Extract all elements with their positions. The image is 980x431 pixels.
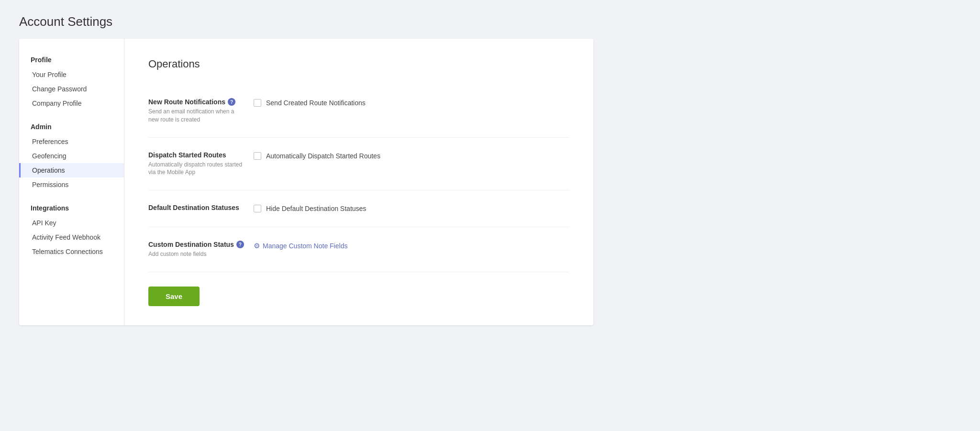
- help-icon-new-route[interactable]: ?: [228, 98, 235, 106]
- settings-row-custom-destination: Custom Destination Status ? Add custom n…: [148, 227, 569, 272]
- gear-icon: ⚙: [254, 242, 260, 250]
- settings-control-col-default-dest: Hide Default Destination Statuses: [254, 204, 569, 212]
- label-text-new-route: New Route Notifications: [148, 98, 225, 106]
- sidebar-item-api-key[interactable]: API Key: [19, 216, 124, 230]
- main-content: Operations New Route Notifications ? Sen…: [124, 39, 593, 325]
- label-text-custom-dest: Custom Destination Status: [148, 241, 234, 248]
- sidebar-section-profile: Profile Your Profile Change Password Com…: [19, 53, 124, 111]
- settings-control-col-custom-dest: ⚙ Manage Custom Note Fields: [254, 241, 569, 250]
- settings-control-col-new-route: Send Created Route Notifications: [254, 98, 569, 107]
- checkbox-text-default-dest: Hide Default Destination Statuses: [266, 205, 366, 212]
- save-button[interactable]: Save: [148, 287, 200, 306]
- settings-row-dispatch-started-routes: Dispatch Started Routes Automatically di…: [148, 138, 569, 191]
- sidebar-item-permissions[interactable]: Permissions: [19, 177, 124, 192]
- sidebar: Profile Your Profile Change Password Com…: [19, 39, 124, 325]
- page-title: Account Settings: [19, 14, 961, 29]
- sidebar-section-title-integrations: Integrations: [19, 201, 124, 215]
- save-button-wrapper: Save: [148, 272, 569, 306]
- settings-row-default-destination: Default Destination Statuses Hide Defaul…: [148, 190, 569, 227]
- settings-control-col-dispatch: Automatically Dispatch Started Routes: [254, 151, 569, 160]
- settings-container: Profile Your Profile Change Password Com…: [19, 39, 593, 325]
- settings-sublabel-dispatch: Automatically dispatch routes started vi…: [148, 161, 244, 177]
- checkbox-text-new-route: Send Created Route Notifications: [266, 99, 366, 107]
- manage-custom-note-fields-link[interactable]: ⚙ Manage Custom Note Fields: [254, 242, 347, 250]
- settings-label-custom-dest: Custom Destination Status ?: [148, 241, 244, 248]
- sidebar-item-operations[interactable]: Operations: [19, 163, 124, 177]
- section-title: Operations: [148, 58, 569, 70]
- checkbox-label-new-route[interactable]: Send Created Route Notifications: [254, 99, 366, 107]
- settings-label-dispatch: Dispatch Started Routes: [148, 151, 244, 159]
- settings-label-default-dest: Default Destination Statuses: [148, 204, 244, 211]
- label-text-default-dest: Default Destination Statuses: [148, 204, 239, 211]
- sidebar-item-company-profile[interactable]: Company Profile: [19, 96, 124, 111]
- sidebar-item-telematics-connections[interactable]: Telematics Connections: [19, 244, 124, 259]
- settings-label-col-default-dest: Default Destination Statuses: [148, 204, 254, 213]
- settings-sublabel-custom-dest: Add custom note fields: [148, 250, 244, 258]
- sidebar-item-activity-feed-webhook[interactable]: Activity Feed Webhook: [19, 230, 124, 244]
- checkbox-dispatch[interactable]: [254, 152, 261, 160]
- sidebar-item-operations-wrapper: Operations: [19, 163, 124, 177]
- sidebar-item-change-password[interactable]: Change Password: [19, 82, 124, 96]
- settings-sublabel-new-route: Send an email notification when a new ro…: [148, 108, 244, 124]
- settings-label-col-new-route: New Route Notifications ? Send an email …: [148, 98, 254, 124]
- help-icon-custom-dest[interactable]: ?: [236, 241, 244, 248]
- label-text-dispatch: Dispatch Started Routes: [148, 151, 226, 159]
- checkbox-default-dest[interactable]: [254, 205, 261, 212]
- settings-label-new-route: New Route Notifications ?: [148, 98, 244, 106]
- manage-link-text: Manage Custom Note Fields: [263, 242, 347, 250]
- checkbox-text-dispatch: Automatically Dispatch Started Routes: [266, 152, 380, 160]
- sidebar-item-your-profile[interactable]: Your Profile: [19, 67, 124, 82]
- sidebar-item-geofencing[interactable]: Geofencing: [19, 149, 124, 163]
- settings-label-col-dispatch: Dispatch Started Routes Automatically di…: [148, 151, 254, 177]
- checkbox-new-route[interactable]: [254, 99, 261, 107]
- settings-label-col-custom-dest: Custom Destination Status ? Add custom n…: [148, 241, 254, 258]
- sidebar-section-integrations: Integrations API Key Activity Feed Webho…: [19, 201, 124, 259]
- sidebar-section-admin: Admin Preferences Geofencing Operations …: [19, 120, 124, 192]
- sidebar-section-title-admin: Admin: [19, 120, 124, 133]
- checkbox-label-default-dest[interactable]: Hide Default Destination Statuses: [254, 205, 366, 212]
- settings-row-new-route-notifications: New Route Notifications ? Send an email …: [148, 85, 569, 138]
- sidebar-item-preferences[interactable]: Preferences: [19, 134, 124, 149]
- sidebar-section-title-profile: Profile: [19, 53, 124, 66]
- checkbox-label-dispatch[interactable]: Automatically Dispatch Started Routes: [254, 152, 380, 160]
